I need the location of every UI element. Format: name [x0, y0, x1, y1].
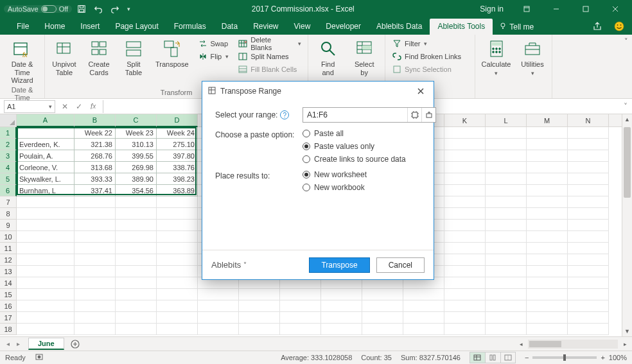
cell[interactable]	[486, 185, 527, 196]
cell[interactable]	[362, 289, 403, 300]
cell[interactable]: 313.68	[75, 162, 116, 173]
cell[interactable]: 354.56	[116, 185, 157, 196]
ablebits-brand-menu[interactable]: Ablebits ˅	[211, 260, 247, 270]
column-header[interactable]: D	[157, 114, 198, 127]
cell[interactable]	[527, 243, 568, 254]
find-and-button[interactable]: Find and	[312, 37, 344, 78]
save-icon[interactable]	[75, 2, 89, 16]
cell[interactable]	[116, 300, 157, 312]
column-header[interactable]: K	[444, 114, 486, 126]
zoom-out-icon[interactable]: −	[525, 354, 529, 361]
cell[interactable]	[17, 208, 75, 220]
cell[interactable]	[444, 139, 486, 150]
cell[interactable]	[157, 289, 198, 300]
cell[interactable]: Week 23	[116, 127, 157, 139]
tab-insert[interactable]: Insert	[73, 19, 107, 35]
cell[interactable]	[568, 254, 609, 266]
sheet-nav-prev-icon[interactable]: ◂	[3, 338, 13, 351]
cell[interactable]	[527, 266, 568, 277]
cell[interactable]	[527, 300, 568, 312]
tab-data[interactable]: Data	[214, 19, 245, 35]
tab-ablebits-data[interactable]: Ablebits Data	[369, 19, 430, 35]
cell[interactable]	[486, 162, 527, 173]
cell[interactable]	[321, 289, 362, 300]
cell[interactable]	[157, 220, 198, 231]
cell[interactable]	[17, 289, 75, 300]
cell[interactable]	[444, 312, 486, 324]
find-broken-links-button[interactable]: Find Broken Links	[389, 50, 464, 63]
select-range-icon[interactable]	[407, 108, 421, 122]
column-header[interactable]: M	[527, 114, 568, 126]
cell[interactable]: Everdeen, K.	[17, 139, 75, 150]
cell[interactable]	[157, 208, 198, 220]
cell[interactable]	[568, 324, 609, 335]
cell[interactable]	[527, 254, 568, 266]
cell[interactable]	[527, 324, 568, 335]
cell[interactable]	[568, 173, 609, 185]
cell[interactable]	[75, 266, 116, 277]
flip-button[interactable]: Flip▾	[195, 50, 232, 63]
cell[interactable]	[486, 208, 527, 220]
redo-icon[interactable]	[108, 2, 122, 16]
cell[interactable]: 321.38	[75, 139, 116, 150]
zoom-in-icon[interactable]: +	[601, 354, 604, 361]
cell[interactable]: Skywalker, L.	[17, 173, 75, 185]
cell[interactable]	[527, 312, 568, 324]
cell[interactable]	[280, 300, 321, 312]
row-header[interactable]: 7	[0, 196, 17, 208]
cell[interactable]	[75, 196, 116, 208]
cell[interactable]	[17, 243, 75, 254]
cell[interactable]	[116, 289, 157, 300]
row-header[interactable]: 11	[0, 243, 17, 254]
cell[interactable]	[116, 243, 157, 254]
ribbon-display-options-icon[interactable]	[514, 0, 540, 18]
filter-button[interactable]: Filter▾	[389, 37, 464, 50]
cell[interactable]	[527, 289, 568, 300]
cell[interactable]	[116, 312, 157, 324]
cell[interactable]	[527, 196, 568, 208]
cell[interactable]	[527, 231, 568, 243]
undo-icon[interactable]	[91, 2, 105, 16]
cell[interactable]	[198, 300, 239, 312]
cell[interactable]	[17, 266, 75, 277]
cell[interactable]	[444, 196, 486, 208]
insert-function-icon[interactable]: fx	[86, 100, 100, 113]
cell[interactable]	[403, 289, 444, 300]
cell[interactable]	[116, 231, 157, 243]
place-option[interactable]: New workbook	[303, 183, 436, 192]
row-header[interactable]: 8	[0, 208, 17, 220]
row-header[interactable]: 18	[0, 324, 17, 335]
cell[interactable]	[444, 277, 486, 289]
cell[interactable]	[568, 196, 609, 208]
tab-ablebits-tools[interactable]: Ablebits Tools	[430, 19, 493, 35]
sync-selection-button[interactable]: Sync Selection	[389, 63, 464, 76]
help-icon[interactable]: ?	[280, 110, 289, 119]
calculate-button[interactable]: Calculate ▾	[479, 37, 513, 78]
cell[interactable]	[444, 324, 486, 335]
row-header[interactable]: 13	[0, 266, 17, 277]
cell[interactable]	[568, 150, 609, 162]
row-header[interactable]: 9	[0, 220, 17, 231]
transpose-confirm-button[interactable]: Transpose	[309, 257, 369, 273]
cell[interactable]	[157, 277, 198, 289]
cell[interactable]	[239, 289, 280, 300]
minimize-button[interactable]	[543, 0, 569, 18]
swap-button[interactable]: Swap	[195, 37, 232, 50]
cell[interactable]: 338.76	[157, 162, 198, 173]
cell[interactable]	[568, 208, 609, 220]
cell[interactable]	[75, 324, 116, 335]
cancel-button[interactable]: Cancel	[376, 257, 425, 273]
cell[interactable]	[527, 162, 568, 173]
cell[interactable]	[486, 220, 527, 231]
smiley-feedback-icon[interactable]	[610, 19, 628, 34]
cell[interactable]: Week 24	[157, 127, 198, 139]
tab-page-layout[interactable]: Page Layout	[107, 19, 166, 35]
cell[interactable]	[75, 312, 116, 324]
cell[interactable]	[75, 254, 116, 266]
hscroll-thumb[interactable]	[529, 341, 561, 347]
cell[interactable]	[17, 196, 75, 208]
cell[interactable]	[321, 324, 362, 335]
share-icon[interactable]	[588, 19, 606, 34]
new-sheet-button[interactable]	[68, 339, 82, 349]
maximize-button[interactable]	[573, 0, 599, 18]
